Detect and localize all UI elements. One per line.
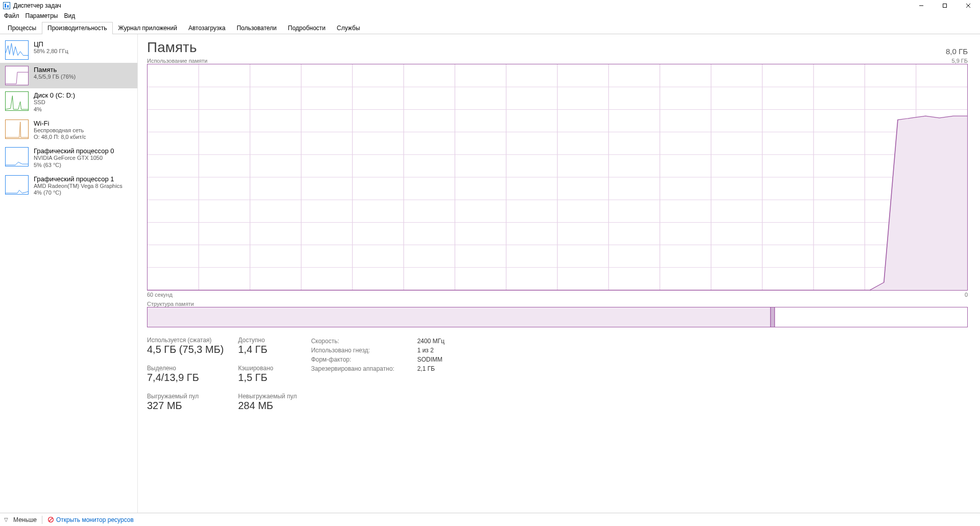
tab-users[interactable]: Пользователи [231, 22, 282, 34]
disk-sub1: SSD [34, 99, 75, 106]
memory-spec-table: Скорость:2400 МГц Использовано гнезд:1 и… [311, 337, 444, 412]
tab-processes[interactable]: Процессы [2, 22, 42, 34]
fewer-details-button[interactable]: Меньше [13, 516, 37, 523]
gpu0-sparkline-icon [5, 147, 29, 166]
wifi-sub1: Беспроводная сеть [34, 127, 86, 134]
committed-label: Выделено [147, 365, 224, 372]
disk-title: Диск 0 (C: D:) [34, 91, 75, 99]
maximize-icon [942, 3, 947, 8]
gpu0-sub2: 5% (63 °C) [34, 162, 114, 169]
memory-stats: Используется (сжатая) 4,5 ГБ (75,3 МБ) В… [147, 337, 968, 412]
disk-sparkline-icon [5, 91, 29, 111]
performance-sidebar: ЦП 58% 2,80 ГГц Память 4,5/5,9 ГБ (76%) … [0, 34, 138, 513]
disk-sub2: 4% [34, 106, 75, 113]
memory-total: 8,0 ГБ [946, 47, 968, 56]
cached-label: Кэшировано [238, 365, 297, 372]
svg-rect-29 [771, 307, 775, 327]
wifi-title: Wi-Fi [34, 119, 86, 127]
committed-value: 7,4/13,9 ГБ [147, 372, 224, 384]
cached-value: 1,5 ГБ [238, 372, 297, 384]
close-button[interactable] [957, 0, 980, 11]
menu-file[interactable]: Файл [4, 12, 19, 19]
svg-rect-1 [943, 4, 947, 8]
wifi-sub2: О: 48,0 П: 8,0 кбит/с [34, 134, 86, 141]
speed-value: 2400 МГц [417, 337, 444, 346]
composition-title: Структура памяти [147, 301, 968, 307]
gpu1-title: Графический процессор 1 [34, 175, 122, 183]
wifi-sparkline-icon [5, 119, 29, 139]
nonpaged-label: Невыгружаемый пул [238, 393, 297, 400]
gpu0-sub1: NVIDIA GeForce GTX 1050 [34, 155, 114, 162]
close-icon [966, 3, 971, 8]
collapse-icon: ▽ [4, 517, 8, 522]
sidebar-item-cpu[interactable]: ЦП 58% 2,80 ГГц [0, 37, 137, 63]
open-resource-monitor-link[interactable]: Открыть монитор ресурсов [47, 516, 134, 523]
formfactor-label: Форм-фактор: [311, 355, 413, 364]
slots-value: 1 из 2 [417, 346, 433, 355]
gpu1-sparkline-icon [5, 175, 29, 195]
memory-sub: 4,5/5,9 ГБ (76%) [34, 74, 76, 81]
maximize-button[interactable] [933, 0, 957, 11]
sidebar-item-memory[interactable]: Память 4,5/5,9 ГБ (76%) [0, 63, 137, 88]
menubar: Файл Параметры Вид [0, 11, 980, 21]
cpu-sub: 58% 2,80 ГГц [34, 48, 68, 55]
page-title: Память [147, 39, 197, 56]
memory-composition-bar [147, 307, 968, 327]
tabs: Процессы Производительность Журнал прило… [0, 21, 980, 34]
sidebar-item-disk[interactable]: Диск 0 (C: D:) SSD 4% [0, 88, 137, 116]
footer: ▽ Меньше Открыть монитор ресурсов [0, 513, 980, 526]
chart-ymax: 5,9 ГБ [951, 58, 968, 64]
speed-label: Скорость: [311, 337, 413, 346]
sidebar-item-wifi[interactable]: Wi-Fi Беспроводная сеть О: 48,0 П: 8,0 к… [0, 116, 137, 145]
tab-details[interactable]: Подробности [282, 22, 331, 34]
chart-xright: 0 [965, 292, 968, 298]
app-icon [3, 2, 10, 9]
hwreserved-label: Зарезервировано аппаратно: [311, 364, 413, 373]
menu-view[interactable]: Вид [64, 12, 75, 19]
titlebar: Диспетчер задач [0, 0, 980, 11]
memory-panel: Память 8,0 ГБ Использование памяти 5,9 Г… [138, 34, 980, 513]
in-use-value: 4,5 ГБ (75,3 МБ) [147, 344, 224, 355]
menu-options[interactable]: Параметры [26, 12, 58, 19]
in-use-label: Используется (сжатая) [147, 337, 224, 344]
minimize-button[interactable] [910, 0, 933, 11]
formfactor-value: SODIMM [417, 355, 442, 364]
paged-label: Выгружаемый пул [147, 393, 224, 400]
available-value: 1,4 ГБ [238, 344, 297, 355]
resource-monitor-icon [47, 516, 54, 523]
nonpaged-value: 284 МБ [238, 400, 297, 412]
svg-line-33 [49, 518, 53, 521]
gpu1-sub1: AMD Radeon(TM) Vega 8 Graphics [34, 183, 122, 190]
available-label: Доступно [238, 337, 297, 344]
sidebar-item-gpu1[interactable]: Графический процессор 1 AMD Radeon(TM) V… [0, 172, 137, 200]
tab-app-history[interactable]: Журнал приложений [113, 22, 183, 34]
window-title: Диспетчер задач [13, 2, 61, 9]
chart-title: Использование памяти [147, 58, 207, 64]
separator [42, 516, 42, 524]
memory-title: Память [34, 66, 76, 74]
cpu-sparkline-icon [5, 40, 29, 60]
slots-label: Использовано гнезд: [311, 346, 413, 355]
sidebar-item-gpu0[interactable]: Графический процессор 0 NVIDIA GeForce G… [0, 144, 137, 172]
memory-sparkline-icon [5, 66, 29, 85]
svg-rect-28 [148, 307, 771, 327]
gpu0-title: Графический процессор 0 [34, 147, 114, 155]
tab-performance[interactable]: Производительность [42, 22, 112, 34]
hwreserved-value: 2,1 ГБ [417, 364, 434, 373]
tab-startup[interactable]: Автозагрузка [183, 22, 231, 34]
chart-xleft: 60 секунд [147, 292, 173, 298]
gpu1-sub2: 4% (70 °C) [34, 189, 122, 197]
cpu-title: ЦП [34, 40, 68, 48]
minimize-icon [919, 3, 924, 8]
memory-usage-chart [147, 64, 968, 291]
tab-services[interactable]: Службы [331, 22, 365, 34]
paged-value: 327 МБ [147, 400, 224, 412]
